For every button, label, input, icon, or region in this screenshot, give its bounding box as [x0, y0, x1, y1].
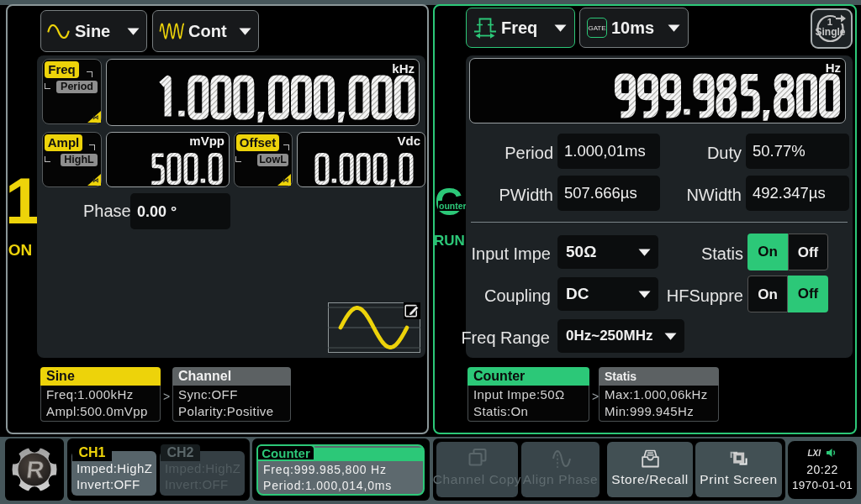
svg-text:Single: Single [815, 26, 845, 38]
svg-text:R: R [25, 456, 45, 483]
